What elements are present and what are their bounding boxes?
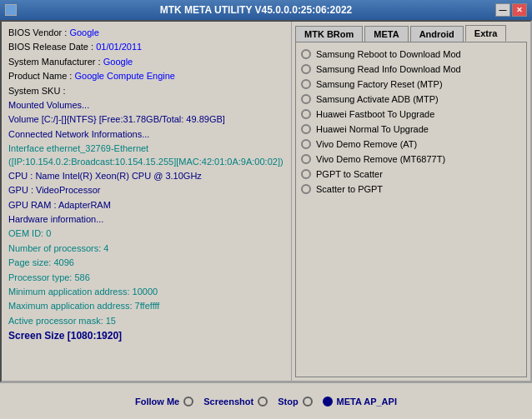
tab-mtk-brom[interactable]: MTK BRom: [295, 26, 363, 42]
stop-radio[interactable]: [303, 397, 313, 407]
follow-me-label: Follow Me: [135, 397, 179, 407]
right-panel: MTK BRomMETAAndroidExtra Samsung Reboot …: [292, 22, 530, 381]
title-text: MTK META UTILITY V45.0.0.0:25:06:2022: [17, 4, 495, 16]
extra-label-9: Scatter to PGPT: [316, 184, 383, 194]
extra-item-2: Samsung Factory Reset (MTP): [301, 79, 521, 89]
tab-meta[interactable]: META: [364, 26, 408, 42]
extra-label-2: Samsung Factory Reset (MTP): [316, 79, 443, 89]
left-panel-line-cpu: CPU : Name Intel(R) Xeon(R) CPU @ 3.10GH…: [8, 170, 284, 182]
left-panel-line-max-app: Maximum application address: 7ffeffff: [8, 300, 284, 312]
left-panel-line-active-proc: Active processor mask: 15: [8, 315, 284, 327]
left-panel-line-proc-type: Processor type: 586: [8, 272, 284, 284]
extra-radio-9[interactable]: [301, 184, 311, 194]
meta-api-item: META AP_API: [323, 397, 397, 407]
extra-label-4: Huawei Fastboot To Upgrade: [316, 109, 434, 119]
screenshot-radio[interactable]: [258, 397, 268, 407]
left-panel-line-sys-manufacturer: System Manufacturer : Google: [8, 56, 284, 68]
left-panel-line-bios-release: BIOS Release Date : 01/01/2011: [8, 41, 284, 53]
extra-item-0: Samsung Reboot to Download Mod: [301, 49, 521, 59]
screenshot-label: Screenshot: [203, 397, 253, 407]
extra-radio-4[interactable]: [301, 109, 311, 119]
left-panel-line-gpu: GPU : VideoProcessor: [8, 184, 284, 197]
extra-radio-0[interactable]: [301, 49, 311, 59]
left-panel-line-min-app: Minimum application address: 10000: [8, 286, 284, 298]
extra-item-1: Samsung Read Info Download Mod: [301, 64, 521, 74]
main-content: BIOS Vendor : GoogleBIOS Release Date : …: [0, 20, 532, 382]
left-panel-line-oem-id: OEM ID: 0: [8, 227, 284, 240]
left-panel-line-page-size: Page size: 4096: [8, 257, 284, 269]
bottom-bar: Follow Me Screenshot Stop META AP_API: [0, 382, 532, 419]
tab-android[interactable]: Android: [410, 26, 464, 42]
extra-label-8: PGPT to Scatter: [316, 169, 383, 179]
extra-item-8: PGPT to Scatter: [301, 169, 521, 179]
left-panel-line-product-name: Product Name : Google Compute Engine: [8, 70, 284, 82]
extra-radio-2[interactable]: [301, 79, 311, 89]
meta-api-label: META AP_API: [337, 397, 397, 407]
left-panel-line-sys-sku: System SKU :: [8, 85, 284, 97]
extra-radio-1[interactable]: [301, 64, 311, 74]
left-panel-line-gpu-ram: GPU RAM : AdapterRAM: [8, 199, 284, 212]
extra-radio-8[interactable]: [301, 169, 311, 179]
extra-label-3: Samsung Activate ADB (MTP): [316, 94, 439, 104]
extra-item-6: Vivo Demo Remove (AT): [301, 139, 521, 149]
follow-me-item: Follow Me: [135, 397, 193, 407]
minimize-button[interactable]: —: [495, 3, 510, 17]
extra-radio-3[interactable]: [301, 94, 311, 104]
extra-item-3: Samsung Activate ADB (MTP): [301, 94, 521, 104]
extra-radio-6[interactable]: [301, 139, 311, 149]
window-controls: — ✕: [495, 3, 527, 17]
extra-label-1: Samsung Read Info Download Mod: [316, 64, 461, 74]
left-panel-line-hw-info: Hardware information...: [8, 213, 284, 226]
left-panel-line-interface-eth: Interface ethernet_32769-Ethernet ([IP:1…: [8, 142, 284, 168]
meta-api-radio[interactable]: [323, 397, 333, 407]
extra-item-9: Scatter to PGPT: [301, 184, 521, 194]
left-panel: BIOS Vendor : GoogleBIOS Release Date : …: [2, 22, 292, 381]
tab-content: Samsung Reboot to Download ModSamsung Re…: [295, 42, 527, 377]
extra-radio-7[interactable]: [301, 154, 311, 164]
extra-label-0: Samsung Reboot to Download Mod: [316, 49, 461, 59]
left-panel-line-volume-c: Volume [C:/]-[]{NTFS} [Free:31.78GB/Tota…: [8, 113, 284, 126]
left-panel-line-mounted-vols: Mounted Volumes...: [8, 99, 284, 112]
close-button[interactable]: ✕: [512, 3, 527, 17]
app-icon: [5, 4, 17, 16]
title-bar-left: [5, 4, 17, 16]
stop-label: Stop: [278, 397, 298, 407]
extra-label-7: Vivo Demo Remove (MT6877T): [316, 154, 445, 164]
tabs: MTK BRomMETAAndroidExtra: [292, 22, 530, 42]
tab-extra[interactable]: Extra: [465, 25, 507, 42]
extra-label-5: Huawei Normal To Upgrade: [316, 124, 429, 134]
extra-item-5: Huawei Normal To Upgrade: [301, 124, 521, 134]
stop-item: Stop: [278, 397, 312, 407]
left-panel-line-num-proc: Number of processors: 4: [8, 242, 284, 255]
screenshot-item: Screenshot: [203, 397, 268, 407]
follow-me-radio[interactable]: [183, 397, 193, 407]
left-panel-line-screen-size: Screen Size [1080:1920]: [8, 329, 284, 343]
extra-item-4: Huawei Fastboot To Upgrade: [301, 109, 521, 119]
extra-item-7: Vivo Demo Remove (MT6877T): [301, 154, 521, 164]
extra-label-6: Vivo Demo Remove (AT): [316, 139, 417, 149]
left-panel-line-connected-net: Connected Network Informations...: [8, 128, 284, 141]
extra-radio-5[interactable]: [301, 124, 311, 134]
left-panel-line-bios-vendor: BIOS Vendor : Google: [8, 27, 284, 39]
title-bar: MTK META UTILITY V45.0.0.0:25:06:2022 — …: [0, 0, 532, 20]
